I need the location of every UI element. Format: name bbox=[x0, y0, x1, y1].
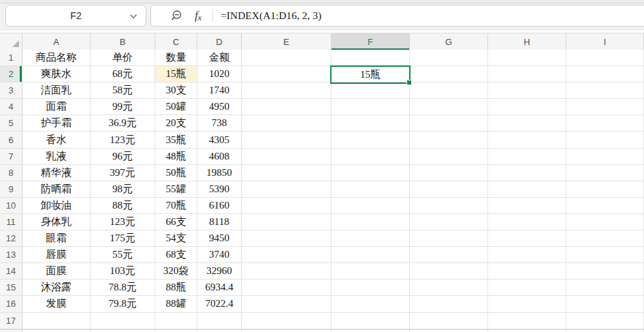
cell-D16[interactable]: 7022.4 bbox=[197, 296, 242, 312]
cell-A12[interactable]: 眼霜 bbox=[22, 230, 91, 247]
cell-F11[interactable] bbox=[332, 214, 410, 230]
cell-B7[interactable]: 96元 bbox=[91, 149, 155, 165]
cell-I2[interactable] bbox=[566, 66, 644, 82]
cell-F17[interactable] bbox=[332, 313, 410, 329]
cell-G16[interactable] bbox=[410, 296, 488, 312]
cell-B4[interactable]: 99元 bbox=[91, 99, 155, 115]
cell-D17[interactable] bbox=[197, 313, 242, 329]
cell-B1[interactable]: 单价 bbox=[91, 50, 155, 66]
cell-D7[interactable]: 4608 bbox=[197, 149, 242, 165]
cell-C8[interactable]: 50瓶 bbox=[155, 165, 197, 181]
cell-E12[interactable] bbox=[242, 230, 332, 247]
row-header-1[interactable]: 1 bbox=[0, 50, 22, 66]
cell-H4[interactable] bbox=[488, 99, 566, 115]
column-header-E[interactable]: E bbox=[242, 33, 332, 50]
insert-function-icon[interactable]: fx bbox=[195, 9, 202, 23]
cell-I8[interactable] bbox=[566, 165, 644, 181]
cell-G7[interactable] bbox=[410, 149, 488, 165]
cell-G5[interactable] bbox=[410, 115, 488, 132]
cell-H16[interactable] bbox=[488, 296, 566, 312]
cell-D1[interactable]: 金额 bbox=[197, 50, 242, 66]
cell-B9[interactable]: 98元 bbox=[91, 181, 155, 198]
cell-D9[interactable]: 5390 bbox=[197, 181, 242, 198]
cell-H7[interactable] bbox=[488, 149, 566, 165]
row-header-2[interactable]: 2 bbox=[0, 66, 22, 82]
cell-I4[interactable] bbox=[566, 99, 644, 115]
cell-H12[interactable] bbox=[488, 230, 566, 247]
cell-C4[interactable]: 50罐 bbox=[155, 99, 197, 115]
cell-E9[interactable] bbox=[242, 181, 332, 198]
cell-G6[interactable] bbox=[410, 132, 488, 148]
cell-G1[interactable] bbox=[410, 50, 488, 66]
row-header-4[interactable]: 4 bbox=[0, 99, 22, 115]
cell-I15[interactable] bbox=[566, 280, 644, 296]
row-header-15[interactable]: 15 bbox=[0, 280, 22, 296]
cell-B8[interactable]: 397元 bbox=[91, 165, 155, 181]
cell-E17[interactable] bbox=[242, 313, 332, 329]
cell-C2[interactable]: 15瓶 bbox=[155, 66, 197, 82]
row-header-6[interactable]: 6 bbox=[0, 132, 22, 148]
cell-G12[interactable] bbox=[410, 230, 488, 247]
cell-H10[interactable] bbox=[488, 198, 566, 214]
cell-E14[interactable] bbox=[242, 263, 332, 280]
row-header-3[interactable]: 3 bbox=[0, 82, 22, 99]
row-header-14[interactable]: 14 bbox=[0, 263, 22, 280]
cell-A7[interactable]: 乳液 bbox=[22, 149, 91, 165]
cell-F6[interactable] bbox=[332, 132, 410, 148]
column-header-C[interactable]: C bbox=[155, 33, 197, 50]
cell-D10[interactable]: 6160 bbox=[197, 198, 242, 214]
cell-H11[interactable] bbox=[488, 214, 566, 230]
cell-A10[interactable]: 卸妆油 bbox=[22, 198, 91, 214]
cell-H6[interactable] bbox=[488, 132, 566, 148]
cell-D3[interactable]: 1740 bbox=[197, 82, 242, 99]
zoom-out-icon[interactable] bbox=[170, 10, 182, 22]
column-header-H[interactable]: H bbox=[488, 33, 566, 50]
cell-E11[interactable] bbox=[242, 214, 332, 230]
row-header-7[interactable]: 7 bbox=[0, 149, 22, 165]
cell-F10[interactable] bbox=[332, 198, 410, 214]
cell-B14[interactable]: 103元 bbox=[91, 263, 155, 280]
cell-C17[interactable] bbox=[155, 313, 197, 329]
cell-A15[interactable]: 沐浴露 bbox=[22, 280, 91, 296]
cell-D2[interactable]: 1020 bbox=[197, 66, 242, 82]
cell-G17[interactable] bbox=[410, 313, 488, 329]
cell-E4[interactable] bbox=[242, 99, 332, 115]
cell-F16[interactable] bbox=[332, 296, 410, 312]
row-header-9[interactable]: 9 bbox=[0, 181, 22, 198]
cell-I1[interactable] bbox=[566, 50, 644, 66]
cell-C12[interactable]: 54支 bbox=[155, 230, 197, 247]
cell-C10[interactable]: 70瓶 bbox=[155, 198, 197, 214]
cell-E10[interactable] bbox=[242, 198, 332, 214]
cell-E8[interactable] bbox=[242, 165, 332, 181]
row-header-12[interactable]: 12 bbox=[0, 230, 22, 247]
cell-D14[interactable]: 32960 bbox=[197, 263, 242, 280]
cell-G11[interactable] bbox=[410, 214, 488, 230]
chevron-down-icon[interactable] bbox=[129, 12, 138, 21]
cell-H8[interactable] bbox=[488, 165, 566, 181]
cell-B16[interactable]: 79.8元 bbox=[91, 296, 155, 312]
cell-A6[interactable]: 香水 bbox=[22, 132, 91, 148]
cell-H2[interactable] bbox=[488, 66, 566, 82]
cell-F1[interactable] bbox=[332, 50, 410, 66]
cell-E2[interactable] bbox=[242, 66, 332, 82]
cell-A4[interactable]: 面霜 bbox=[22, 99, 91, 115]
row-header-13[interactable]: 13 bbox=[0, 247, 22, 263]
cell-A17[interactable] bbox=[22, 313, 91, 329]
cell-I11[interactable] bbox=[566, 214, 644, 230]
cell-C11[interactable]: 66支 bbox=[155, 214, 197, 230]
column-header-G[interactable]: G bbox=[410, 33, 488, 50]
cell-F9[interactable] bbox=[332, 181, 410, 198]
row-header-5[interactable]: 5 bbox=[0, 115, 22, 132]
cell-B11[interactable]: 123元 bbox=[91, 214, 155, 230]
cell-D12[interactable]: 9450 bbox=[197, 230, 242, 247]
cell-H1[interactable] bbox=[488, 50, 566, 66]
column-header-I[interactable]: I bbox=[566, 33, 644, 50]
cell-F12[interactable] bbox=[332, 230, 410, 247]
cell-B12[interactable]: 175元 bbox=[91, 230, 155, 247]
cell-F4[interactable] bbox=[332, 99, 410, 115]
cell-H15[interactable] bbox=[488, 280, 566, 296]
cell-E1[interactable] bbox=[242, 50, 332, 66]
selected-cell-F2[interactable]: 15瓶 bbox=[330, 65, 410, 84]
cell-A8[interactable]: 精华液 bbox=[22, 165, 91, 181]
cell-F15[interactable] bbox=[332, 280, 410, 296]
